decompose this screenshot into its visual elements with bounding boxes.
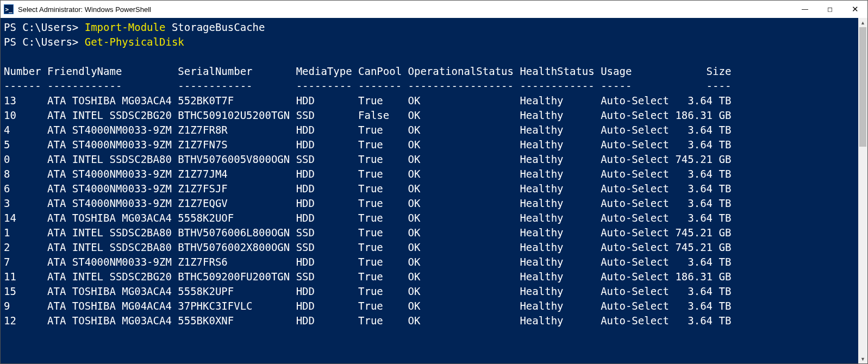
titlebar[interactable]: >_ Select Administrator: Windows PowerSh… — [1, 1, 867, 18]
client-area: PS C:\Users> Import-Module StorageBusCac… — [1, 18, 867, 363]
vertical-scrollbar[interactable]: ▲ ▼ — [858, 18, 867, 363]
maximize-button[interactable]: ◻ — [817, 1, 842, 18]
window-title: Select Administrator: Windows PowerShell — [18, 5, 792, 14]
close-button[interactable]: ✕ — [842, 1, 867, 18]
powershell-icon: >_ — [4, 4, 14, 14]
scroll-thumb[interactable] — [859, 27, 866, 147]
scroll-up-button[interactable]: ▲ — [858, 18, 867, 27]
terminal-output[interactable]: PS C:\Users> Import-Module StorageBusCac… — [1, 18, 858, 363]
scroll-down-button[interactable]: ▼ — [858, 354, 867, 363]
minimize-button[interactable]: ― — [792, 1, 817, 18]
powershell-window: >_ Select Administrator: Windows PowerSh… — [0, 0, 868, 364]
